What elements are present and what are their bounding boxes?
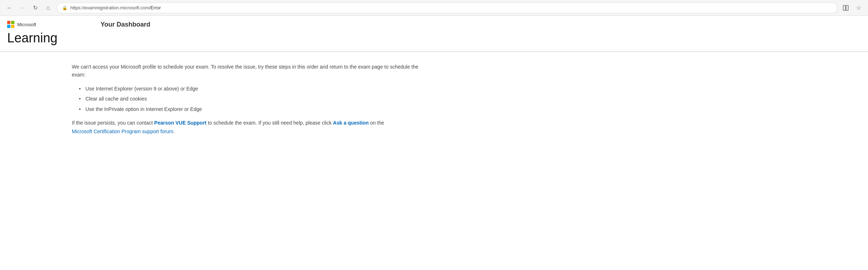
lock-icon: 🔒: [62, 5, 67, 10]
ms-cert-link[interactable]: Microsoft Certification Program support …: [72, 129, 173, 134]
list-item: Use the InPrivate option in Internet Exp…: [79, 105, 431, 113]
follow-up-end: .: [173, 129, 174, 134]
list-item: Clear all cache and cookies: [79, 95, 431, 103]
svg-rect-0: [843, 5, 845, 10]
home-button[interactable]: ⌂: [43, 3, 53, 13]
microsoft-logo: Microsoft: [7, 21, 79, 28]
url-path: /Error: [149, 5, 161, 10]
list-item: Use Internet Explorer (version 9 or abov…: [79, 85, 431, 93]
browser-actions: ☆: [841, 3, 864, 13]
dashboard-section: Your Dashboard: [79, 21, 150, 33]
ms-logo-blue: [7, 25, 10, 28]
bullet-list: Use Internet Explorer (version 9 or abov…: [79, 85, 431, 113]
ms-logo-red: [7, 21, 10, 24]
ms-logo-yellow: [11, 25, 14, 28]
address-bar[interactable]: 🔒 https://examregistration.microsoft.com…: [57, 3, 837, 13]
favorites-button[interactable]: ☆: [854, 3, 864, 13]
forward-button[interactable]: →: [17, 3, 27, 13]
refresh-button[interactable]: ↻: [30, 3, 40, 13]
error-intro: We can't access your Microsoft profile t…: [72, 63, 431, 79]
nav-buttons: ← → ↻ ⌂: [4, 3, 53, 13]
url-text: https://examregistration.microsoft.com/E…: [70, 5, 161, 10]
back-button[interactable]: ←: [4, 3, 14, 13]
ms-logo-grid: [7, 21, 14, 28]
follow-up-suffix: on the: [369, 120, 384, 126]
follow-up-middle: to schedule the exam. If you still need …: [206, 120, 333, 126]
site-header: Microsoft Learning Your Dashboard: [0, 16, 868, 52]
dashboard-title: Your Dashboard: [101, 21, 150, 28]
ms-logo-green: [11, 21, 14, 24]
follow-up-text: If the issue persists, you can contact P…: [72, 119, 431, 136]
page-container: Microsoft Learning Your Dashboard We can…: [0, 16, 868, 147]
split-screen-button[interactable]: [841, 3, 851, 13]
pearson-vue-link[interactable]: Pearson VUE Support: [154, 120, 206, 126]
follow-up-prefix: If the issue persists, you can contact: [72, 120, 154, 126]
main-content: We can't access your Microsoft profile t…: [0, 52, 503, 147]
svg-rect-1: [846, 5, 848, 10]
url-base: https://examregistration.microsoft.com: [70, 5, 149, 10]
site-title: Learning: [7, 31, 79, 45]
ms-label: Microsoft: [17, 22, 36, 27]
browser-chrome: ← → ↻ ⌂ 🔒 https://examregistration.micro…: [0, 0, 868, 16]
ask-question-link[interactable]: Ask a question: [333, 120, 369, 126]
brand-section: Microsoft Learning: [7, 21, 79, 50]
